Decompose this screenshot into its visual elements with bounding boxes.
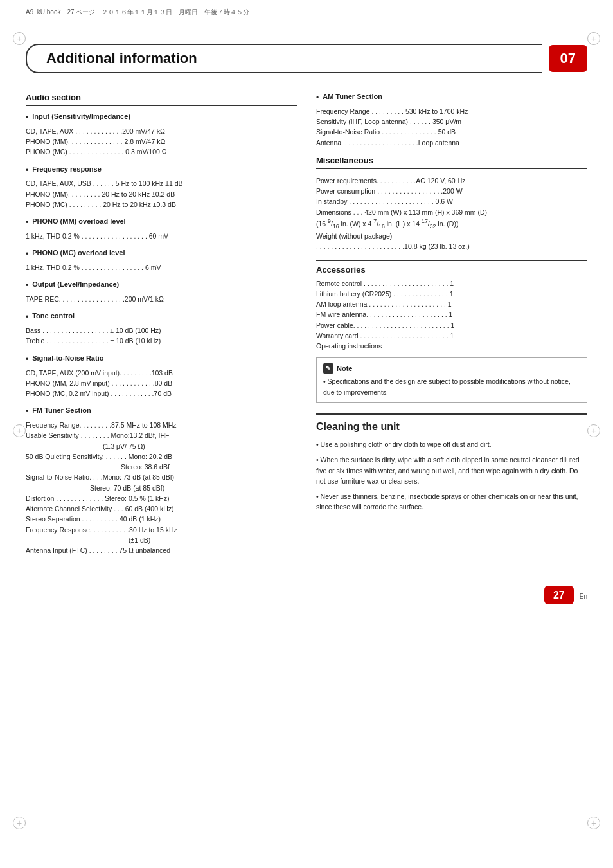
misc-line-7: . . . . . . . . . . . . . . . . . . . . …	[316, 241, 587, 251]
am-title: AM Tuner Section	[323, 93, 382, 100]
note-label: Note	[337, 365, 352, 372]
snr-bullet: Signal-to-Noise Ratio	[26, 354, 297, 365]
input-title: Input (Sensitivity/Impedance)	[32, 113, 130, 120]
snr-line-3: PHONO (MC, 0.2 mV input) . . . . . . . .…	[26, 388, 297, 399]
input-line-2: PHONO (MM). . . . . . . . . . . . . . . …	[26, 136, 297, 147]
fm-subsection: FM Tuner Section Frequency Range. . . . …	[26, 406, 297, 556]
note-text: • Specifications and the design are subj…	[323, 376, 580, 397]
misc-title: Miscellaneous	[316, 156, 373, 165]
misc-subsection: Miscellaneous Power requirements. . . . …	[316, 156, 587, 252]
output-line-1: TAPE REC. . . . . . . . . . . . . . . . …	[26, 294, 297, 304]
audio-section-title: Audio section	[26, 93, 81, 102]
phono-mm-ol-subsection: PHONO (MM) overload level 1 kHz, THD 0.2…	[26, 217, 297, 241]
snr-line-2: PHONO (MM, 2.8 mV input) . . . . . . . .…	[26, 378, 297, 388]
phono-mm-ol-title: PHONO (MM) overload level	[32, 217, 125, 225]
accessories-section: Accessories Remote control . . . . . . .…	[316, 260, 587, 352]
chapter-number-badge: 07	[549, 45, 587, 72]
tone-line-1: Bass . . . . . . . . . . . . . . . . . .…	[26, 325, 297, 336]
cleaning-title: Cleaning the unit	[316, 421, 587, 433]
tone-bullet: Tone control	[26, 312, 297, 323]
freq-line-1: CD, TAPE, AUX, USB . . . . . . 5 Hz to 1…	[26, 178, 297, 188]
fm-line-4: 50 dB Quieting Sensitivity. . . . . . . …	[26, 451, 297, 462]
phono-mm-ol-line-1: 1 kHz, THD 0.2 % . . . . . . . . . . . .…	[26, 231, 297, 241]
fm-line-11: Frequency Response. . . . . . . . . . .3…	[26, 525, 297, 535]
am-line-3: Signal-to-Noise Ratio . . . . . . . . . …	[316, 127, 587, 137]
input-bullet: Input (Sensitivity/Impedance)	[26, 113, 297, 123]
acc-line-1: Remote control . . . . . . . . . . . . .…	[316, 278, 587, 289]
corner-mark-tr	[587, 32, 600, 45]
page-number-badge: 27 En	[544, 590, 587, 601]
input-subsection: Input (Sensitivity/Impedance) CD, TAPE, …	[26, 113, 297, 158]
output-subsection: Output (Level/Impedance) TAPE REC. . . .…	[26, 280, 297, 304]
phono-mm-ol-bullet: PHONO (MM) overload level	[26, 217, 297, 228]
note-title: ✎ Note	[323, 363, 580, 374]
am-line-1: Frequency Range . . . . . . . . . 530 kH…	[316, 106, 587, 116]
phono-mc-ol-bullet: PHONO (MC) overload level	[26, 249, 297, 260]
phono-mc-ol-line-1: 1 kHz, THD 0.2 % . . . . . . . . . . . .…	[26, 262, 297, 273]
page-lang: En	[580, 593, 587, 600]
tone-line-2: Treble . . . . . . . . . . . . . . . . .…	[26, 336, 297, 346]
fm-bullet: FM Tuner Section	[26, 406, 297, 417]
misc-line-3: In standby . . . . . . . . . . . . . . .…	[316, 196, 587, 206]
acc-line-2: Lithium battery (CR2025) . . . . . . . .…	[316, 289, 587, 299]
fm-line-2: Usable Sensitivity . . . . . . . . Mono:…	[26, 430, 297, 440]
snr-line-1: CD, TAPE, AUX (200 mV input). . . . . . …	[26, 368, 297, 378]
misc-line-6: Weight (without package)	[316, 231, 587, 241]
am-line-4: Antenna. . . . . . . . . . . . . . . . .…	[316, 138, 587, 148]
left-column: Audio section Input (Sensitivity/Impedan…	[26, 93, 297, 564]
input-line-3: PHONO (MC) . . . . . . . . . . . . . . .…	[26, 147, 297, 157]
audio-section-header: Audio section	[26, 93, 297, 106]
chapter-title-box: Additional information	[26, 44, 542, 73]
cleaning-bullet-3: • Never use thinners, benzine, insectici…	[316, 491, 587, 512]
acc-line-7: Operating instructions	[316, 341, 587, 351]
misc-line-1: Power requirements. . . . . . . . . . .A…	[316, 176, 587, 186]
fm-line-10: Stereo Separation . . . . . . . . . . 40…	[26, 514, 297, 524]
page: A9_kU.book 27 ページ ２０１６年１１月１３日 月曜日 午後７時４５…	[0, 0, 613, 868]
misc-line-5: (16 9/16 in. (W) x 4 7/16 in. (H) x 14 1…	[316, 217, 587, 231]
acc-line-5: Power cable. . . . . . . . . . . . . . .…	[316, 320, 587, 330]
cleaning-section: Cleaning the unit • Use a polishing clot…	[316, 413, 587, 512]
input-line-1: CD, TAPE, AUX . . . . . . . . . . . . .2…	[26, 126, 297, 136]
acc-line-3: AM loop antenna . . . . . . . . . . . . …	[316, 299, 587, 309]
snr-subsection: Signal-to-Noise Ratio CD, TAPE, AUX (200…	[26, 354, 297, 399]
output-title: Output (Level/Impedance)	[32, 280, 119, 288]
chapter-title: Additional information	[46, 50, 197, 66]
freq-title: Frequency response	[32, 165, 102, 173]
note-icon: ✎	[323, 363, 333, 374]
freq-line-3: PHONO (MC) . . . . . . . . . 20 Hz to 20…	[26, 199, 297, 210]
corner-mark-bl	[13, 817, 26, 829]
right-column: AM Tuner Section Frequency Range . . . .…	[316, 93, 587, 564]
content-area: Audio section Input (Sensitivity/Impedan…	[26, 93, 587, 564]
am-line-2: Sensitivity (IHF, Loop antenna) . . . . …	[316, 116, 587, 127]
fm-line-12: (±1 dB)	[26, 535, 297, 545]
accessories-title: Accessories	[316, 260, 587, 275]
page-footer: 27 En	[26, 590, 587, 601]
am-bullet: AM Tuner Section	[316, 93, 587, 104]
tone-subsection: Tone control Bass . . . . . . . . . . . …	[26, 312, 297, 346]
page-number: 27	[544, 586, 574, 604]
misc-line-2: Power consumption . . . . . . . . . . . …	[316, 186, 587, 196]
cleaning-bullet-2: • When the surface is dirty, wipe with a…	[316, 455, 587, 486]
phono-mc-ol-title: PHONO (MC) overload level	[32, 249, 125, 257]
corner-mark-ml	[13, 424, 26, 437]
corner-mark-tl	[13, 32, 26, 45]
acc-line-6: Warranty card . . . . . . . . . . . . . …	[316, 330, 587, 341]
corner-mark-mr	[587, 424, 600, 437]
corner-mark-br	[587, 817, 600, 829]
fm-line-1: Frequency Range. . . . . . . . .87.5 MHz…	[26, 420, 297, 430]
fm-line-5: Stereo: 38.6 dBf	[26, 462, 297, 472]
am-subsection: AM Tuner Section Frequency Range . . . .…	[316, 93, 587, 148]
note-box: ✎ Note • Specifications and the design a…	[316, 357, 587, 403]
acc-line-4: FM wire antenna. . . . . . . . . . . . .…	[316, 309, 587, 320]
fm-line-8: Distortion . . . . . . . . . . . . . Ste…	[26, 493, 297, 503]
misc-header: Miscellaneous	[316, 156, 587, 169]
freq-bullet: Frequency response	[26, 165, 297, 176]
output-bullet: Output (Level/Impedance)	[26, 280, 297, 291]
phono-mc-ol-subsection: PHONO (MC) overload level 1 kHz, THD 0.2…	[26, 249, 297, 273]
top-bar-text: A9_kU.book 27 ページ ２０１６年１１月１３日 月曜日 午後７時４５…	[26, 8, 249, 17]
fm-line-13: Antenna Input (FTC) . . . . . . . . 75 Ω…	[26, 545, 297, 556]
tone-title: Tone control	[32, 312, 75, 320]
fm-line-9: Alternate Channel Selectivity . . . 60 d…	[26, 503, 297, 514]
snr-title: Signal-to-Noise Ratio	[32, 354, 103, 362]
chapter-header: Additional information 07	[26, 44, 587, 73]
